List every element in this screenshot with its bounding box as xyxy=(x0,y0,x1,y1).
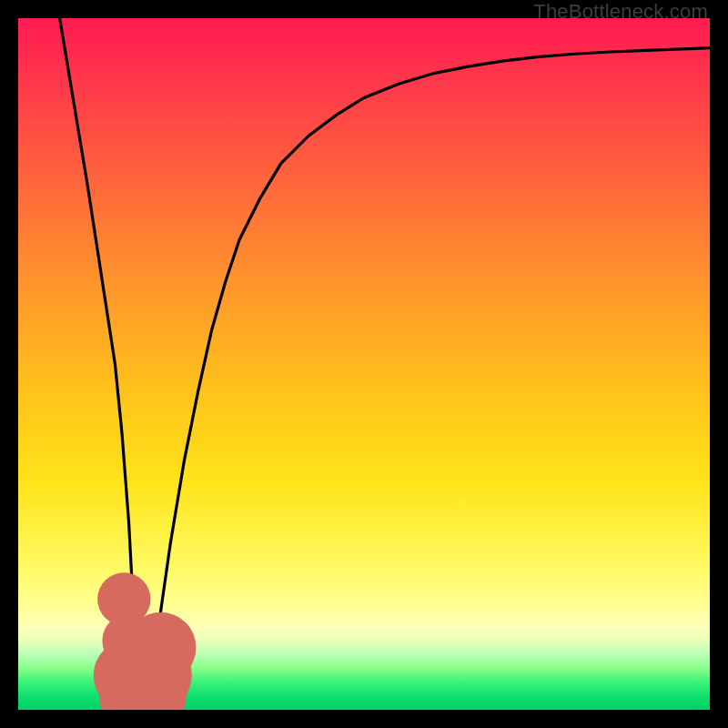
chart-frame: TheBottleneck.com xyxy=(0,0,728,728)
watermark-text: TheBottleneck.com xyxy=(533,0,708,24)
chart-overlay-svg xyxy=(18,18,710,710)
valley-markers xyxy=(94,572,197,710)
plot-area xyxy=(18,18,710,710)
marker-dot xyxy=(126,612,197,683)
bottleneck-curve xyxy=(60,18,710,710)
